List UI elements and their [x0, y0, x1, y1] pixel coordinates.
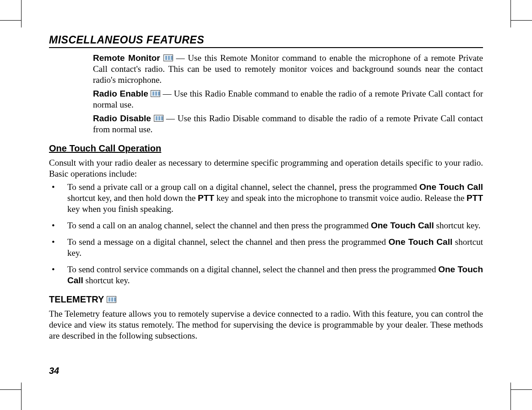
feature-icon: [151, 90, 160, 97]
telemetry-heading: TELEMETRY: [49, 294, 483, 305]
radio-enable-para: Radio Enable — Use this Radio Enable com…: [93, 88, 483, 110]
page-content: MISCELLANEOUS FEATURES Remote Monitor — …: [49, 34, 483, 376]
text: To send control service commands on a di…: [67, 264, 438, 274]
text: key and speak into the microphone to tra…: [214, 193, 467, 203]
bold-text: One Touch Call: [389, 237, 453, 247]
bold-text: PTT: [198, 193, 214, 203]
feature-definitions: Remote Monitor — Use this Remote Monitor…: [93, 53, 483, 135]
text: key when you finish speaking.: [67, 204, 174, 214]
text: shortcut key.: [83, 275, 130, 285]
one-touch-heading: One Touch Call Operation: [49, 143, 483, 154]
remote-monitor-title: Remote Monitor: [93, 53, 160, 63]
list-item: To send control service commands on a di…: [49, 264, 483, 286]
text: To send a private call or a group call o…: [67, 182, 419, 192]
text: shortcut key, and then hold down the: [67, 193, 198, 203]
radio-disable-body: — Use this Radio Disable command to disa…: [93, 113, 483, 134]
one-touch-bullets: To send a private call or a group call o…: [49, 182, 483, 286]
text: To send a message on a digital channel, …: [67, 237, 389, 247]
telemetry-heading-text: TELEMETRY: [49, 294, 104, 304]
feature-icon: [163, 54, 173, 61]
bold-text: One Touch Call: [419, 182, 483, 192]
bold-text: PTT: [467, 193, 483, 203]
radio-disable-para: Radio Disable — Use this Radio Disable c…: [93, 113, 483, 135]
list-item: To send a message on a digital channel, …: [49, 237, 483, 259]
radio-disable-title: Radio Disable: [93, 113, 151, 123]
radio-enable-title: Radio Enable: [93, 89, 148, 98]
text: shortcut key.: [434, 221, 481, 230]
feature-icon: [154, 115, 163, 122]
bold-text: One Touch Call: [371, 221, 434, 230]
page-number: 34: [49, 366, 59, 376]
section-header: MISCELLANEOUS FEATURES: [49, 34, 483, 48]
feature-icon: [107, 296, 116, 303]
one-touch-intro: Consult with your radio dealer as necess…: [49, 157, 483, 179]
list-item: To send a private call or a group call o…: [49, 182, 483, 215]
telemetry-body: The Telemetry feature allows you to remo…: [49, 308, 483, 341]
text: To send a call on an analog channel, sel…: [67, 221, 371, 230]
remote-monitor-para: Remote Monitor — Use this Remote Monitor…: [93, 53, 483, 86]
list-item: To send a call on an analog channel, sel…: [49, 220, 483, 231]
